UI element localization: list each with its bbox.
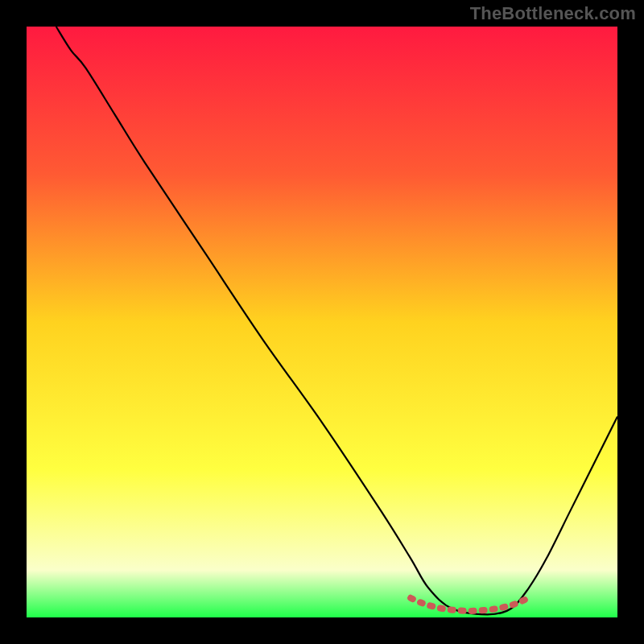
chart-frame: TheBottleneck.com bbox=[0, 0, 644, 644]
watermark-text: TheBottleneck.com bbox=[470, 3, 636, 24]
bottleneck-chart bbox=[0, 0, 644, 644]
